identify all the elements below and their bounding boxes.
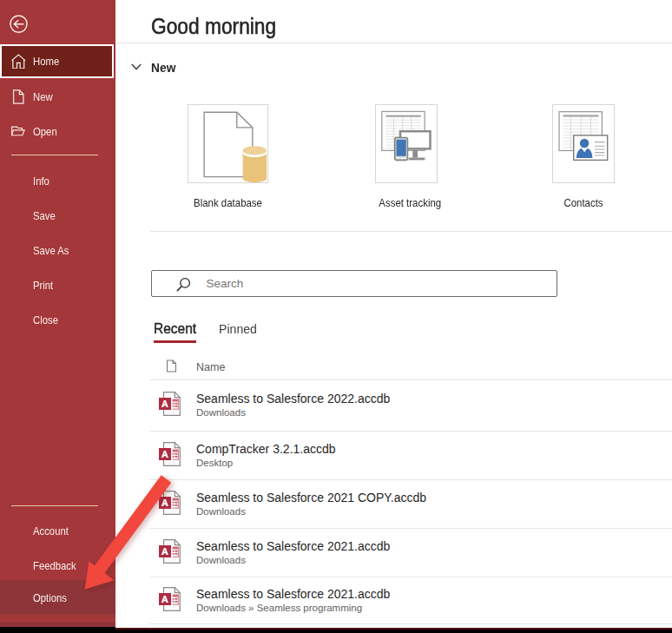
file-title: CompTracker 3.2.1.accdb bbox=[196, 440, 336, 456]
template-blank-database[interactable]: Blank database bbox=[188, 104, 268, 183]
sidebar-item-label: Close bbox=[33, 313, 58, 326]
file-location: Desktop bbox=[196, 456, 336, 469]
sidebar-item-account[interactable]: Account bbox=[0, 513, 115, 548]
sidebar-item-new[interactable]: New bbox=[0, 79, 115, 114]
sidebar-item-label: Options bbox=[33, 591, 67, 604]
file-location: Downloads bbox=[196, 505, 426, 518]
file-row-text: Seamless to Salesforce 2022.accdb Downlo… bbox=[196, 391, 390, 419]
sidebar-item-feedback[interactable]: Feedback bbox=[0, 548, 115, 583]
accdb-file-icon bbox=[159, 442, 181, 470]
template-asset-tracking[interactable]: Asset tracking bbox=[375, 104, 438, 183]
accdb-file-icon bbox=[159, 539, 181, 567]
sidebar-divider bbox=[11, 505, 98, 506]
sidebar-divider bbox=[11, 155, 98, 155]
accdb-file-icon bbox=[159, 392, 181, 419]
active-tab-underline bbox=[154, 340, 196, 343]
back-button[interactable] bbox=[10, 15, 28, 33]
template-label: Blank database bbox=[193, 196, 264, 209]
sidebar-item-print[interactable]: Print bbox=[0, 267, 115, 302]
sidebar-item-label: Open bbox=[33, 125, 57, 138]
file-row-text: CompTracker 3.2.1.accdb Desktop bbox=[196, 440, 336, 469]
file-location: Downloads bbox=[196, 406, 390, 419]
column-header-name[interactable]: Name bbox=[196, 361, 225, 373]
sidebar-item-label: Save bbox=[33, 209, 56, 222]
sidebar-item-home[interactable]: Home bbox=[0, 44, 114, 78]
header-divider bbox=[115, 43, 672, 43]
document-icon bbox=[166, 359, 177, 376]
new-file-icon bbox=[11, 89, 26, 104]
file-row-text: Seamless to Salesforce 2021 COPY.accdb D… bbox=[196, 490, 426, 518]
file-row-text: Seamless to Salesforce 2021.accdb Downlo… bbox=[196, 586, 390, 615]
sidebar-item-label: Account bbox=[33, 524, 69, 537]
tab-pinned[interactable]: Pinned bbox=[219, 321, 257, 336]
sidebar-item-save-as[interactable]: Save As bbox=[0, 233, 115, 267]
search-box[interactable] bbox=[151, 270, 557, 297]
sidebar-item-options[interactable]: Options bbox=[0, 580, 115, 615]
sidebar-item-label: Info bbox=[33, 175, 49, 188]
new-section-title: New bbox=[151, 60, 175, 75]
section-divider bbox=[150, 231, 672, 232]
bottom-black-bar bbox=[115, 630, 672, 633]
file-row-text: Seamless to Salesforce 2021.accdb Downlo… bbox=[196, 538, 390, 567]
recent-file-row[interactable]: Seamless to Salesforce 2022.accdb Downlo… bbox=[149, 380, 672, 432]
file-title: Seamless to Salesforce 2021.accdb bbox=[196, 538, 390, 554]
sidebar-item-label: Feedback bbox=[33, 559, 76, 572]
open-folder-icon bbox=[11, 124, 26, 139]
file-title: Seamless to Salesforce 2021 COPY.accdb bbox=[196, 490, 426, 505]
sidebar-item-label: Home bbox=[33, 55, 59, 68]
recent-file-row[interactable]: Seamless to Salesforce 2021.accdb Downlo… bbox=[149, 529, 672, 577]
home-icon bbox=[11, 54, 26, 69]
recent-file-row[interactable]: Seamless to Salesforce 2021.accdb Downlo… bbox=[149, 577, 672, 625]
recent-file-row[interactable]: Seamless to Salesforce 2021 COPY.accdb D… bbox=[149, 480, 672, 529]
blank-database-icon bbox=[188, 104, 268, 183]
back-arrow-circle-icon bbox=[10, 15, 28, 33]
sidebar-item-close[interactable]: Close bbox=[0, 302, 115, 337]
greeting-heading: Good morning bbox=[151, 14, 276, 39]
sidebar-item-info[interactable]: Info bbox=[0, 163, 115, 198]
bottom-black-bar-left bbox=[0, 627, 115, 633]
main-panel: Good morning New Blank database bbox=[115, 0, 672, 628]
access-backstage: Home New Open Info Save bbox=[0, 0, 672, 633]
asset-tracking-icon bbox=[375, 104, 438, 183]
sidebar-item-label: Print bbox=[33, 279, 53, 292]
sidebar-item-label: Save As bbox=[33, 244, 69, 257]
accdb-file-icon bbox=[159, 491, 181, 518]
template-label: Asset tracking bbox=[379, 196, 433, 209]
new-section-header[interactable]: New bbox=[131, 57, 177, 76]
accdb-file-icon bbox=[159, 587, 181, 615]
row-divider bbox=[149, 623, 672, 624]
file-location: Downloads » Seamless programming bbox=[196, 602, 390, 615]
sidebar: Home New Open Info Save bbox=[0, 0, 115, 628]
sidebar-item-open[interactable]: Open bbox=[0, 114, 115, 148]
sidebar-item-label: New bbox=[33, 90, 53, 103]
file-title: Seamless to Salesforce 2021.accdb bbox=[196, 586, 390, 602]
template-label: Contacts bbox=[556, 196, 610, 209]
recent-file-row[interactable]: CompTracker 3.2.1.accdb Desktop bbox=[149, 432, 672, 480]
tab-recent[interactable]: Recent bbox=[154, 321, 196, 337]
template-contacts[interactable]: Contacts bbox=[552, 104, 615, 183]
file-title: Seamless to Salesforce 2022.accdb bbox=[196, 391, 390, 406]
search-icon bbox=[176, 276, 191, 292]
search-input[interactable] bbox=[207, 277, 537, 290]
file-location: Downloads bbox=[196, 554, 390, 567]
sidebar-item-save[interactable]: Save bbox=[0, 198, 115, 233]
chevron-down-icon bbox=[131, 63, 142, 70]
contacts-icon bbox=[552, 104, 615, 183]
